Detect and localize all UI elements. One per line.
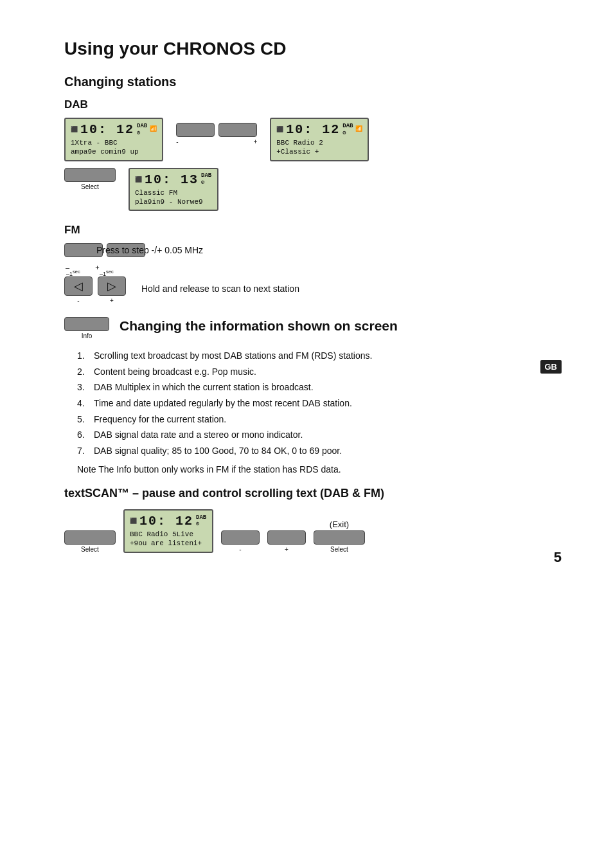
- textscan-select-right-label: Select: [330, 546, 348, 553]
- info-button-label: Info: [82, 332, 93, 339]
- textscan-exit-select-group: (Exit) Select: [314, 520, 365, 553]
- fm-right-sec-label: –1sec: [100, 269, 114, 277]
- page-number: 5: [554, 549, 562, 566]
- dab-label: DAB: [64, 98, 562, 111]
- fm-right-arrow-button[interactable]: –1sec ▷: [98, 276, 126, 296]
- textscan-minus-group: -: [221, 530, 260, 553]
- list-item-7: 7.DAB signal quality; 85 to 100 Good, 70…: [77, 445, 562, 458]
- dab-row1: ⬛ 10: 12 DAB⚙ 📶 1Xtra - BBC ampa9e comin…: [64, 118, 562, 161]
- info-list: 1.Scrolling text broadcast by most DAB s…: [77, 350, 562, 457]
- dab-minus-plus-group: - +: [176, 123, 257, 145]
- dab-select-label: Select: [81, 183, 99, 190]
- dab-minus-plus-labels: - +: [176, 138, 257, 145]
- dab-minus-button[interactable]: [176, 123, 215, 137]
- textscan-plus-group: +: [267, 530, 306, 553]
- info-note: Note The Info button only works in FM if…: [77, 464, 562, 476]
- list-item-3: 3.DAB Multiplex in which the current sta…: [77, 381, 562, 394]
- dab-lcd-2: ⬛ 10: 12 DAB⚙ 📶 BBC Radio 2 +Classic +: [270, 118, 369, 161]
- section-title-changing-stations: Changing stations: [64, 75, 562, 89]
- dab-lcd-1: ⬛ 10: 12 DAB⚙ 📶 1Xtra - BBC ampa9e comin…: [64, 118, 163, 161]
- info-button-container: Info: [64, 317, 109, 339]
- textscan-title: textSCAN™ – pause and control scrolling …: [64, 487, 562, 500]
- fm-arrow-buttons: –1sec ◁ - –1sec ▷ +: [64, 276, 126, 304]
- fm-press-text: Press to step -/+ 0.05 MHz: [96, 245, 203, 255]
- dab-select-button[interactable]: [64, 168, 116, 182]
- info-button[interactable]: [64, 317, 109, 331]
- gb-badge: GB: [540, 360, 562, 374]
- dab-section: ⬛ 10: 12 DAB⚙ 📶 1Xtra - BBC ampa9e comin…: [64, 118, 562, 211]
- dab-row2: Select ⬛ 10: 13 DAB⚙ Classic FM pla9in9 …: [64, 168, 562, 212]
- dab-select-group: Select: [64, 168, 116, 190]
- fm-left-sec-label: –1sec: [66, 269, 80, 277]
- dab-plus-label: +: [253, 138, 257, 145]
- textscan-select-left-label: Select: [81, 546, 99, 553]
- fm-hold-text: Hold and release to scan to next station: [141, 284, 299, 294]
- fm-plus-label2: +: [95, 264, 99, 271]
- dab-minus-label: -: [176, 138, 178, 145]
- textscan-select-left-group: Select: [64, 530, 116, 553]
- textscan-row: Select ⬛ 10: 12 DAB⚙ BBC Radio 5Live +9o…: [64, 509, 562, 553]
- textscan-select-right-button[interactable]: [314, 530, 365, 545]
- fm-right-arrow-group: –1sec ▷ +: [98, 276, 126, 304]
- fm-left-arrow-label: -: [77, 297, 79, 304]
- list-item-4: 4.Time and date updated regularly by the…: [77, 397, 562, 410]
- list-item-6: 6.DAB signal data rate and a stereo or m…: [77, 429, 562, 442]
- fm-label: FM: [64, 224, 562, 237]
- dab-plus-button[interactable]: [218, 123, 257, 137]
- list-item-2: 2.Content being broadcast e.g. Pop music…: [77, 366, 562, 379]
- list-item-1: 1.Scrolling text broadcast by most DAB s…: [77, 350, 562, 363]
- info-section: Info Changing the information shown on s…: [64, 317, 562, 339]
- textscan-lcd: ⬛ 10: 12 DAB⚙ BBC Radio 5Live +9ou are l…: [123, 509, 213, 553]
- textscan-exit-label: (Exit): [330, 520, 349, 529]
- textscan-minus-label: -: [239, 546, 241, 553]
- textscan-plus-button[interactable]: [267, 530, 306, 545]
- dab-lcd-3: ⬛ 10: 13 DAB⚙ Classic FM pla9in9 - Norwe…: [129, 168, 218, 212]
- fm-row1: Press to step -/+ 0.05 MHz: [64, 243, 562, 257]
- list-item-5: 5.Frequency for the current station.: [77, 413, 562, 426]
- fm-left-arrow-group: –1sec ◁ -: [64, 276, 93, 304]
- textscan-minus-button[interactable]: [221, 530, 260, 545]
- fm-right-arrow-label: +: [110, 297, 114, 304]
- dab-nav-buttons: [176, 123, 257, 137]
- textscan-plus-label: +: [285, 546, 289, 553]
- info-section-title: Changing the information shown on screen: [120, 317, 398, 334]
- fm-row2: –1sec ◁ - –1sec ▷ + Hold and release to …: [64, 276, 562, 304]
- fm-right-arrow-icon: ▷: [107, 279, 116, 293]
- textscan-select-left-button[interactable]: [64, 530, 116, 545]
- fm-section: Press to step -/+ 0.05 MHz – + –1sec ◁ -: [64, 243, 562, 304]
- fm-left-arrow-icon: ◁: [74, 279, 83, 293]
- fm-left-arrow-button[interactable]: –1sec ◁: [64, 276, 93, 296]
- main-title: Using your CHRONOS CD: [64, 39, 562, 59]
- fm-labels-row: – +: [64, 264, 562, 271]
